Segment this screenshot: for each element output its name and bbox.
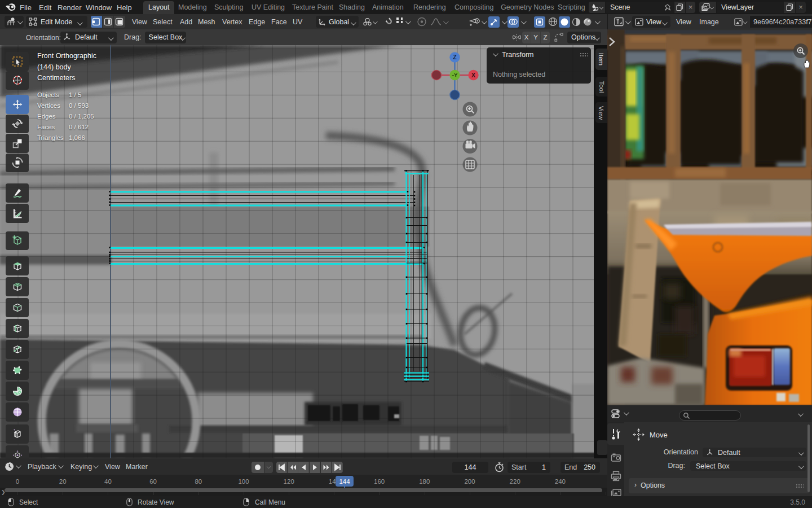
svg-text:Z: Z — [453, 54, 457, 60]
svg-text:X: X — [471, 72, 475, 78]
svg-text:-Y: -Y — [452, 72, 458, 78]
